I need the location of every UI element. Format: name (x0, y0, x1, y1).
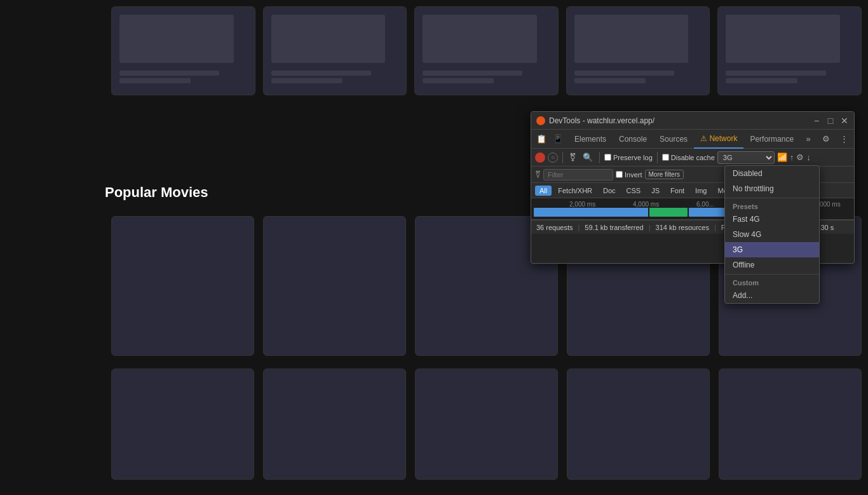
movie-card (111, 216, 254, 356)
close-button[interactable]: ✕ (840, 116, 849, 125)
more-tabs-button[interactable]: » (801, 132, 816, 147)
movie-card (263, 216, 406, 356)
dropdown-divider (725, 198, 819, 198)
movie-card (414, 6, 559, 95)
movie-card (717, 6, 862, 95)
tab-performance[interactable]: Performance (743, 130, 800, 149)
invert-checkbox-group[interactable]: Invert (616, 171, 642, 179)
filter-font[interactable]: Font (666, 186, 689, 196)
throttle-dropdown: Disabled No throttling Presets Fast 4G S… (724, 165, 820, 304)
section-title: Popular Movies (105, 184, 208, 201)
devtools-title-left: DevTools - watchlur.vercel.app/ (536, 116, 654, 125)
devtools-more-tabs: » ⚙ ⋮ (801, 132, 851, 147)
timeline-label-6000: 6,00... (696, 201, 714, 208)
devtools-menu-button[interactable]: ⋮ (836, 132, 851, 147)
clear-button[interactable]: ○ (548, 153, 558, 163)
presets-section-label: Presets (725, 200, 819, 212)
network-toolbar: ○ ⚧ 🔍 Preserve log Disable cache 3G Disa… (531, 149, 854, 166)
filter-fetch-xhr[interactable]: Fetch/XHR (553, 186, 597, 196)
movie-card (263, 6, 407, 95)
custom-section-label: Custom (725, 276, 819, 288)
search-icon[interactable]: 🔍 (581, 153, 595, 162)
throttle-option-no-throttling[interactable]: No throttling (725, 181, 819, 196)
disable-cache-label: Disable cache (671, 154, 715, 161)
separator (599, 152, 600, 163)
preserve-log-checkbox-group[interactable]: Preserve log (604, 154, 653, 161)
minimize-button[interactable]: − (812, 116, 821, 125)
filter-icon: ⚧ (535, 170, 541, 179)
devtools-title-text: DevTools - watchlur.vercel.app/ (549, 116, 654, 125)
movie-row-top (111, 6, 862, 95)
movie-card (719, 369, 862, 480)
timeline-label-4000: 4,000 ms (633, 201, 659, 208)
movie-card (111, 369, 254, 480)
devtools-titlebar: DevTools - watchlur.vercel.app/ − □ ✕ (531, 112, 854, 130)
separator (562, 152, 563, 163)
preserve-log-label: Preserve log (613, 154, 653, 161)
filter-doc[interactable]: Doc (599, 186, 620, 196)
preserve-log-checkbox[interactable] (604, 154, 611, 161)
throttle-option-3g[interactable]: 3G (725, 242, 819, 257)
throttle-option-fast4g[interactable]: Fast 4G (725, 212, 819, 227)
movie-grid-top (105, 0, 868, 109)
movie-card (415, 369, 558, 480)
filter-input[interactable] (543, 169, 613, 180)
device-toggle-button[interactable]: 📱 (550, 132, 566, 147)
dropdown-divider2 (725, 274, 819, 275)
devtools-tab-bar: 📋 📱 Elements Console Sources ⚠ Network P… (531, 130, 854, 149)
wifi-icon: 📶 (777, 153, 787, 162)
throttle-select[interactable]: 3G Disabled No throttling Fast 4G Slow 4… (717, 151, 775, 164)
throttle-option-slow4g[interactable]: Slow 4G (725, 227, 819, 242)
movie-card (566, 6, 710, 95)
movie-row-3 (105, 369, 868, 480)
filter-css[interactable]: CSS (622, 186, 646, 196)
resources-size: 314 kb resources (656, 224, 709, 231)
filter-js[interactable]: JS (647, 186, 664, 196)
invert-label: Invert (625, 171, 642, 179)
devtools-settings-button[interactable]: ⚙ (818, 132, 834, 147)
download-icon: ↓ (806, 153, 811, 162)
movie-card (263, 369, 406, 480)
filter-icon[interactable]: ⚧ (567, 153, 578, 162)
timeline-bar-green (649, 208, 688, 217)
throttle-option-disabled[interactable]: Disabled (725, 166, 819, 181)
throttle-option-add[interactable]: Add... (725, 288, 819, 303)
tab-elements[interactable]: Elements (568, 130, 613, 149)
network-settings-icon[interactable]: ⚙ (796, 153, 804, 162)
timeline-label-2000: 2,000 ms (569, 201, 595, 208)
disable-cache-checkbox[interactable] (662, 154, 669, 161)
devtools-title-controls[interactable]: − □ ✕ (812, 116, 849, 125)
invert-checkbox[interactable] (616, 171, 623, 178)
transferred-size: 59.1 kb transferred (585, 224, 643, 231)
separator (657, 152, 658, 163)
filter-img[interactable]: Img (691, 186, 711, 196)
movie-card (567, 369, 710, 480)
movie-card (111, 6, 255, 95)
timeline-bar-blue (534, 208, 648, 217)
tab-sources[interactable]: Sources (653, 130, 694, 149)
more-filters-button[interactable]: More filters (645, 170, 684, 179)
inspect-element-button[interactable]: 📋 (534, 132, 549, 147)
disable-cache-checkbox-group[interactable]: Disable cache (662, 154, 715, 161)
requests-count: 36 requests (536, 224, 573, 231)
maximize-button[interactable]: □ (826, 116, 835, 125)
tab-console[interactable]: Console (613, 130, 653, 149)
upload-icon: ↑ (790, 153, 794, 162)
devtools-favicon (536, 116, 545, 125)
tab-network[interactable]: ⚠ Network (694, 130, 743, 149)
devtools-toolbar-icons: 📋 📱 (534, 132, 566, 147)
throttle-option-offline[interactable]: Offline (725, 257, 819, 273)
filter-all[interactable]: All (535, 186, 552, 196)
record-button[interactable] (535, 153, 545, 163)
